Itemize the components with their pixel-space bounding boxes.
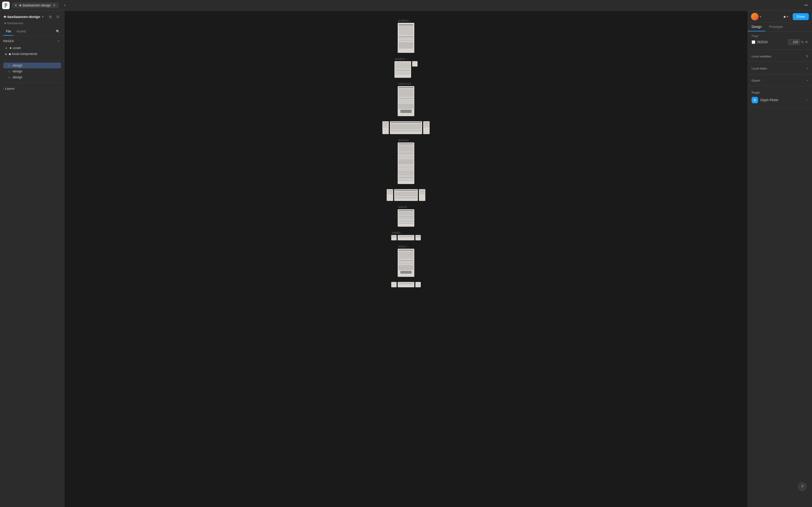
frame-search: search (398, 205, 414, 227)
page-label-local-components: ◆-local-components (9, 52, 37, 56)
frame-checkout: check-out (398, 82, 414, 116)
page-item-local-components[interactable]: ◆ ◆-local-components (3, 51, 61, 57)
local-variables-label: Local variables (752, 55, 771, 58)
toolbar-toggle-button[interactable]: ⊞ (47, 13, 53, 20)
play-chevron-icon: ▾ (787, 15, 789, 18)
add-tab-button[interactable]: + (61, 2, 68, 9)
play-button[interactable]: ▶ ▾ (782, 14, 791, 19)
search-button[interactable]: 🔍 (55, 27, 61, 36)
plus-icon: + (807, 79, 808, 82)
plus-icon: + (57, 39, 59, 43)
opacity-unit: % (801, 40, 804, 44)
play-icon: ▶ (784, 15, 786, 18)
subpage-design-1[interactable]: ↳ -design (3, 62, 61, 68)
frame-thumb-shop[interactable] (398, 249, 414, 277)
eye-icon[interactable]: 👁 (805, 40, 808, 44)
page-item-cover[interactable]: ★ ★-cover (3, 45, 61, 51)
design-tabs: Design Prototype (748, 23, 812, 32)
pages-section: Pages + ★ ★-cover ◆ ◆-local-components (0, 36, 64, 58)
local-variables-sort-icon[interactable]: ⇅ (806, 54, 808, 58)
panel-toggle-button[interactable]: ⊟ (54, 13, 61, 20)
sidebar-tabs: File Assets 🔍 (0, 27, 64, 36)
plugin-item-glyph-picker: S Glyph Picker − (752, 95, 808, 105)
local-styles-add-button[interactable]: + (807, 67, 808, 70)
topbar: ★ ★-bastiaansen-design ✕ + ••• (0, 0, 812, 11)
divider (3, 60, 61, 60)
user-chevron-icon[interactable]: ▾ (760, 15, 761, 18)
tab-assets[interactable]: Assets (14, 27, 29, 36)
page-section: Page 262524 % 👁 (748, 32, 812, 50)
export-toggle[interactable]: Export + (752, 77, 808, 83)
opacity-row: % 👁 (788, 39, 808, 45)
ellipsis-icon: ••• (805, 3, 808, 7)
subpage-design-3[interactable]: ↳ -design (3, 74, 61, 80)
star-icon: ★ (5, 46, 7, 50)
export-add-button[interactable]: + (807, 79, 808, 82)
add-page-button[interactable]: + (56, 39, 61, 44)
frame-thumb-product-2-group[interactable] (395, 61, 417, 78)
frame-thumb-product-1[interactable] (398, 23, 414, 53)
topbar-right: ••• (802, 2, 810, 9)
left-sidebar: ★-bastiaansen-design ▾ ⊞ ⊟ ★-bastiaansen… (0, 11, 64, 507)
plugin-title: Plugin (752, 89, 808, 95)
more-options-button[interactable]: ••• (802, 2, 810, 9)
frame-label-shop: shop-t... (398, 245, 409, 248)
pages-header: Pages + (3, 39, 61, 44)
layout-icon: ⊟ (56, 15, 59, 19)
canvas-area[interactable]: product-... product-... (64, 11, 748, 507)
frame-thumb-wide-3col[interactable] (383, 121, 429, 134)
local-variables-section: Local variables ⇅ (748, 50, 812, 62)
frame-label-search: search (398, 205, 407, 209)
help-button[interactable]: ? (798, 482, 807, 491)
frame-thumb-account[interactable] (398, 143, 414, 184)
frame-thumb-extra[interactable] (391, 282, 421, 287)
export-label: Export (752, 79, 760, 82)
right-panel-top: ▾ ▶ ▾ Share (748, 11, 812, 23)
frame-thumb-checkout[interactable] (398, 86, 414, 116)
page-color-row: 262524 % 👁 (752, 39, 808, 45)
frame-wide-2col (387, 188, 425, 201)
subpage-label-1: -design (12, 64, 22, 67)
tab-file[interactable]: File (3, 27, 14, 36)
plugin-remove-button[interactable]: − (806, 98, 808, 102)
figma-logo[interactable] (2, 2, 10, 9)
tab-label: ★-bastiaansen-design (19, 3, 51, 7)
layers-toggle[interactable]: › Layers (3, 87, 61, 90)
local-styles-section: Local styles + (748, 62, 812, 74)
project-name: ★-bastiaansen-design (3, 15, 40, 19)
frame-shop: shop-t... (398, 245, 414, 277)
page-color-swatch[interactable] (752, 40, 755, 44)
chevron-right-icon: › (3, 87, 4, 90)
frame-extra (391, 281, 421, 287)
frame-thumb-wide-2col[interactable] (387, 189, 425, 201)
search-icon: 🔍 (56, 30, 60, 33)
question-mark-icon: ? (801, 485, 803, 489)
layers-section: › Layers (0, 85, 64, 92)
local-variables-toggle[interactable]: Local variables ⇅ (752, 52, 808, 59)
tab-close-icon[interactable]: ✕ (52, 3, 56, 7)
tab-design[interactable]: Design (748, 23, 765, 32)
frame-label-melding: meldin... (392, 231, 403, 234)
tab-prototype[interactable]: Prototype (765, 23, 786, 32)
page-color-hex[interactable]: 262524 (757, 40, 768, 44)
project-chevron-icon[interactable]: ▾ (42, 15, 44, 18)
grid-icon: ⊞ (49, 15, 52, 19)
user-section: ▾ (751, 13, 761, 20)
plugin-label: Plugin (752, 91, 760, 94)
action-buttons: ▶ ▾ Share (782, 13, 809, 20)
opacity-input[interactable] (788, 39, 800, 45)
user-avatar[interactable] (751, 13, 759, 20)
frame-label-account: account (398, 138, 409, 142)
active-tab[interactable]: ★ ★-bastiaansen-design ✕ (12, 2, 59, 8)
subpage-design-2[interactable]: ↳ -design (3, 68, 61, 74)
plus-icon: + (64, 3, 66, 7)
local-styles-toggle[interactable]: Local styles + (752, 65, 808, 71)
arrow-icon: ↳ (8, 70, 10, 73)
frame-product-2: product-... (395, 57, 417, 78)
frame-thumb-search[interactable] (398, 209, 414, 227)
subpages-section: ↳ -design ↳ -design ↳ -design (0, 62, 64, 80)
frame-label-checkout: check-out (398, 82, 411, 85)
frame-thumb-melding[interactable] (391, 235, 421, 240)
right-panel: ▾ ▶ ▾ Share Design Prototype Page (748, 11, 812, 507)
share-button[interactable]: Share (793, 13, 809, 20)
